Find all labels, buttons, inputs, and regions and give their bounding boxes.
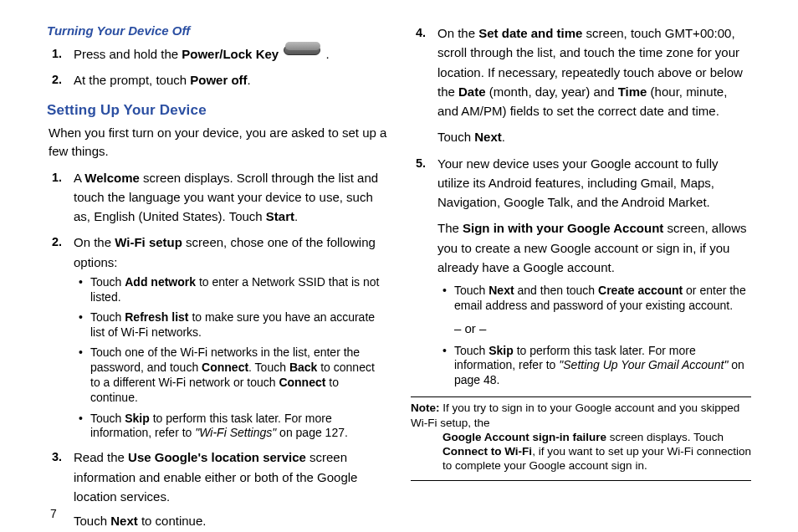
next-label-3: Next [489,284,514,297]
set-date-time-label: Set date and time [478,26,582,40]
note-body-cont: Google Account sign-in failure screen di… [411,430,751,473]
bullet-skip-google: Touch Skip to perform this task later. F… [411,344,751,389]
manual-page: Turning Your Device Off Press and hold t… [0,0,798,532]
text: If you try to sign in to your Google acc… [411,402,739,428]
gmail-setup-ref: "Setting Up Your Gmail Account" [559,358,728,371]
text: and then touch [514,284,598,297]
text: On the [74,235,115,249]
connect-to-wifi-label: Connect to Wi-Fi [442,445,532,458]
google-signin-failure-label: Google Account sign-in failure [442,431,606,443]
bullet-refresh-list: Touch Refresh list to make sure you have… [47,310,387,340]
step-power-off: At the prompt, touch Power off. [47,70,387,90]
text: Touch [454,344,489,357]
left-column: Turning Your Device Off Press and hold t… [47,23,387,504]
page-number: 7 [50,507,57,520]
bullet-skip-wifi: Touch Skip to perform this task later. F… [47,412,387,442]
note-block: Note: If you try to sign in to your Goog… [411,396,751,480]
step-set-date-time: On the Set date and time screen, touch G… [411,23,751,147]
wifi-setup-label: Wi-Fi setup [115,235,182,249]
text: A [74,171,84,185]
text: On the [437,26,478,40]
text: Touch [90,275,125,289]
use-google-location-label: Use Google's location service [128,450,306,464]
text: . [248,73,251,87]
heading-turning-off: Turning Your Device Off [47,23,387,38]
text: screen displays. Touch [606,431,724,443]
step-wifi-setup: On the Wi-Fi setup screen, chose one of … [47,233,387,441]
setup-steps-right: On the Set date and time screen, touch G… [411,23,751,388]
sign-in-google-label: Sign in with your Google Account [463,221,663,235]
add-network-label: Add network [125,275,196,289]
text: to continue. [138,514,207,528]
refresh-list-label: Refresh list [125,310,188,324]
bullet-next-create: Touch Next and then touch Create account… [411,284,751,314]
text: Touch [90,412,125,425]
start-label: Start [266,209,294,223]
text: Read the [74,450,128,464]
bullet-add-network: Touch Add network to enter a Network SSI… [47,275,387,305]
text: . [322,47,329,61]
skip-label: Skip [125,412,150,425]
wifi-settings-ref: "Wi-Fi Settings" [195,426,276,439]
text: Press and hold the [74,47,182,61]
power-lock-key-icon [284,45,320,55]
connect-label-2: Connect [279,376,325,389]
text: Touch [74,514,110,528]
text: Your new device uses your Google account… [437,156,718,210]
text: on page 127. [276,426,348,439]
google-account-options-2: Touch Skip to perform this task later. F… [411,344,751,389]
text: . [502,130,505,144]
text: . [294,209,298,223]
welcome-label: Welcome [84,171,140,185]
create-account-label: Create account [598,284,683,297]
text: The [437,221,463,235]
intro-paragraph: When you first turn on your device, you … [49,124,387,161]
text: . Touch [248,361,289,374]
note-body [490,417,522,429]
power-lock-key-label: Power/Lock Key [182,47,279,61]
heading-setting-up: Setting Up Your Device [47,102,387,119]
turning-off-steps: Press and hold the Power/Lock Key . At t… [47,44,387,90]
bullet-connect: Touch one of the Wi-Fi networks in the l… [47,345,387,406]
text: Touch [454,284,489,297]
back-label: Back [289,361,317,374]
text: (month, day, year) and [486,84,618,99]
or-separator: – or – [437,319,751,338]
step-google-account: Your new device uses your Google account… [411,154,751,389]
date-label: Date [458,84,486,99]
wifi-options: Touch Add network to enter a Network SSI… [47,275,387,442]
next-label-2: Next [474,130,502,144]
text: Touch [90,310,125,324]
power-off-label: Power off [190,73,247,87]
next-label: Next [110,514,138,528]
text: Touch [437,130,474,144]
step-location-service: Read the Use Google's location service s… [47,448,387,530]
text: At the prompt, touch [74,73,190,87]
skip-label-2: Skip [489,344,514,357]
note-label: Note: [411,402,440,414]
two-column-layout: Turning Your Device Off Press and hold t… [47,23,751,504]
setup-steps-left: A Welcome screen displays. Scroll throug… [47,168,387,531]
step-welcome: A Welcome screen displays. Scroll throug… [47,168,387,227]
step-press-hold: Press and hold the Power/Lock Key . [47,44,387,64]
time-label: Time [618,84,647,99]
connect-label: Connect [202,361,248,374]
right-column: On the Set date and time screen, touch G… [411,23,751,504]
google-account-options: Touch Next and then touch Create account… [411,284,751,314]
